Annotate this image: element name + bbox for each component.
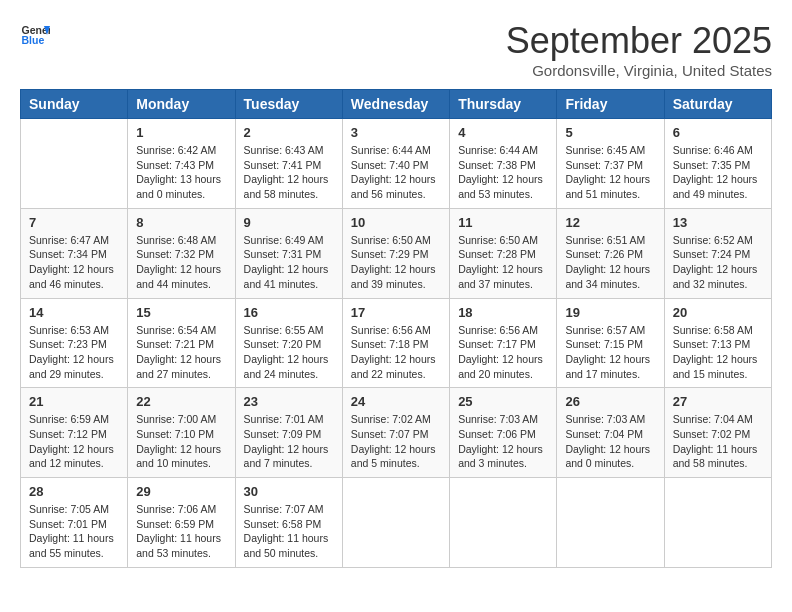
cell-info: Sunrise: 6:53 AM Sunset: 7:23 PM Dayligh… xyxy=(29,323,119,382)
cell-info: Sunrise: 7:04 AM Sunset: 7:02 PM Dayligh… xyxy=(673,412,763,471)
calendar-week-row: 1 Sunrise: 6:42 AM Sunset: 7:43 PM Dayli… xyxy=(21,119,772,209)
sunset-text: Sunset: 7:13 PM xyxy=(673,338,751,350)
cell-info: Sunrise: 6:51 AM Sunset: 7:26 PM Dayligh… xyxy=(565,233,655,292)
day-number: 29 xyxy=(136,484,226,499)
daylight-text: Daylight: 12 hours and 3 minutes. xyxy=(458,443,543,470)
sunset-text: Sunset: 7:34 PM xyxy=(29,248,107,260)
logo-icon: General Blue xyxy=(20,20,50,50)
calendar-cell: 1 Sunrise: 6:42 AM Sunset: 7:43 PM Dayli… xyxy=(128,119,235,209)
cell-info: Sunrise: 6:54 AM Sunset: 7:21 PM Dayligh… xyxy=(136,323,226,382)
daylight-text: Daylight: 11 hours and 50 minutes. xyxy=(244,532,329,559)
weekday-header-sunday: Sunday xyxy=(21,90,128,119)
header: General Blue September 2025 Gordonsville… xyxy=(20,20,772,79)
calendar-cell: 10 Sunrise: 6:50 AM Sunset: 7:29 PM Dayl… xyxy=(342,208,449,298)
day-number: 19 xyxy=(565,305,655,320)
daylight-text: Daylight: 12 hours and 37 minutes. xyxy=(458,263,543,290)
sunrise-text: Sunrise: 7:06 AM xyxy=(136,503,216,515)
sunrise-text: Sunrise: 7:04 AM xyxy=(673,413,753,425)
day-number: 22 xyxy=(136,394,226,409)
day-number: 20 xyxy=(673,305,763,320)
day-number: 1 xyxy=(136,125,226,140)
sunrise-text: Sunrise: 6:46 AM xyxy=(673,144,753,156)
calendar-cell: 15 Sunrise: 6:54 AM Sunset: 7:21 PM Dayl… xyxy=(128,298,235,388)
day-number: 26 xyxy=(565,394,655,409)
sunrise-text: Sunrise: 7:07 AM xyxy=(244,503,324,515)
daylight-text: Daylight: 12 hours and 27 minutes. xyxy=(136,353,221,380)
sunrise-text: Sunrise: 7:03 AM xyxy=(458,413,538,425)
calendar-cell: 11 Sunrise: 6:50 AM Sunset: 7:28 PM Dayl… xyxy=(450,208,557,298)
cell-info: Sunrise: 6:55 AM Sunset: 7:20 PM Dayligh… xyxy=(244,323,334,382)
day-number: 13 xyxy=(673,215,763,230)
sunrise-text: Sunrise: 7:02 AM xyxy=(351,413,431,425)
day-number: 28 xyxy=(29,484,119,499)
cell-info: Sunrise: 7:03 AM Sunset: 7:06 PM Dayligh… xyxy=(458,412,548,471)
sunset-text: Sunset: 7:35 PM xyxy=(673,159,751,171)
calendar-cell: 9 Sunrise: 6:49 AM Sunset: 7:31 PM Dayli… xyxy=(235,208,342,298)
cell-info: Sunrise: 6:44 AM Sunset: 7:38 PM Dayligh… xyxy=(458,143,548,202)
daylight-text: Daylight: 12 hours and 15 minutes. xyxy=(673,353,758,380)
cell-info: Sunrise: 6:49 AM Sunset: 7:31 PM Dayligh… xyxy=(244,233,334,292)
daylight-text: Daylight: 12 hours and 44 minutes. xyxy=(136,263,221,290)
sunrise-text: Sunrise: 6:42 AM xyxy=(136,144,216,156)
day-number: 30 xyxy=(244,484,334,499)
cell-info: Sunrise: 7:01 AM Sunset: 7:09 PM Dayligh… xyxy=(244,412,334,471)
sunset-text: Sunset: 7:04 PM xyxy=(565,428,643,440)
daylight-text: Daylight: 12 hours and 7 minutes. xyxy=(244,443,329,470)
sunset-text: Sunset: 7:06 PM xyxy=(458,428,536,440)
weekday-header-row: SundayMondayTuesdayWednesdayThursdayFrid… xyxy=(21,90,772,119)
sunrise-text: Sunrise: 7:01 AM xyxy=(244,413,324,425)
calendar-cell: 17 Sunrise: 6:56 AM Sunset: 7:18 PM Dayl… xyxy=(342,298,449,388)
calendar-cell: 19 Sunrise: 6:57 AM Sunset: 7:15 PM Dayl… xyxy=(557,298,664,388)
day-number: 4 xyxy=(458,125,548,140)
daylight-text: Daylight: 12 hours and 17 minutes. xyxy=(565,353,650,380)
cell-info: Sunrise: 6:59 AM Sunset: 7:12 PM Dayligh… xyxy=(29,412,119,471)
sunrise-text: Sunrise: 7:03 AM xyxy=(565,413,645,425)
sunset-text: Sunset: 7:10 PM xyxy=(136,428,214,440)
day-number: 3 xyxy=(351,125,441,140)
sunset-text: Sunset: 7:15 PM xyxy=(565,338,643,350)
cell-info: Sunrise: 7:05 AM Sunset: 7:01 PM Dayligh… xyxy=(29,502,119,561)
sunset-text: Sunset: 7:07 PM xyxy=(351,428,429,440)
daylight-text: Daylight: 12 hours and 53 minutes. xyxy=(458,173,543,200)
daylight-text: Daylight: 12 hours and 12 minutes. xyxy=(29,443,114,470)
day-number: 7 xyxy=(29,215,119,230)
sunrise-text: Sunrise: 6:44 AM xyxy=(351,144,431,156)
sunset-text: Sunset: 7:43 PM xyxy=(136,159,214,171)
sunset-text: Sunset: 7:02 PM xyxy=(673,428,751,440)
weekday-header-thursday: Thursday xyxy=(450,90,557,119)
calendar-cell xyxy=(342,478,449,568)
sunrise-text: Sunrise: 6:50 AM xyxy=(351,234,431,246)
cell-info: Sunrise: 7:00 AM Sunset: 7:10 PM Dayligh… xyxy=(136,412,226,471)
day-number: 18 xyxy=(458,305,548,320)
cell-info: Sunrise: 6:45 AM Sunset: 7:37 PM Dayligh… xyxy=(565,143,655,202)
daylight-text: Daylight: 12 hours and 39 minutes. xyxy=(351,263,436,290)
sunrise-text: Sunrise: 6:55 AM xyxy=(244,324,324,336)
calendar-week-row: 21 Sunrise: 6:59 AM Sunset: 7:12 PM Dayl… xyxy=(21,388,772,478)
logo: General Blue xyxy=(20,20,50,50)
daylight-text: Daylight: 12 hours and 49 minutes. xyxy=(673,173,758,200)
daylight-text: Daylight: 12 hours and 32 minutes. xyxy=(673,263,758,290)
sunset-text: Sunset: 7:40 PM xyxy=(351,159,429,171)
day-number: 9 xyxy=(244,215,334,230)
cell-info: Sunrise: 7:03 AM Sunset: 7:04 PM Dayligh… xyxy=(565,412,655,471)
calendar-cell: 4 Sunrise: 6:44 AM Sunset: 7:38 PM Dayli… xyxy=(450,119,557,209)
daylight-text: Daylight: 12 hours and 5 minutes. xyxy=(351,443,436,470)
calendar-cell: 25 Sunrise: 7:03 AM Sunset: 7:06 PM Dayl… xyxy=(450,388,557,478)
sunset-text: Sunset: 7:21 PM xyxy=(136,338,214,350)
calendar-table: SundayMondayTuesdayWednesdayThursdayFrid… xyxy=(20,89,772,568)
cell-info: Sunrise: 7:06 AM Sunset: 6:59 PM Dayligh… xyxy=(136,502,226,561)
daylight-text: Daylight: 12 hours and 20 minutes. xyxy=(458,353,543,380)
calendar-cell: 3 Sunrise: 6:44 AM Sunset: 7:40 PM Dayli… xyxy=(342,119,449,209)
daylight-text: Daylight: 12 hours and 29 minutes. xyxy=(29,353,114,380)
calendar-cell: 29 Sunrise: 7:06 AM Sunset: 6:59 PM Dayl… xyxy=(128,478,235,568)
location: Gordonsville, Virginia, United States xyxy=(506,62,772,79)
svg-text:Blue: Blue xyxy=(22,34,45,46)
sunset-text: Sunset: 7:18 PM xyxy=(351,338,429,350)
day-number: 2 xyxy=(244,125,334,140)
day-number: 24 xyxy=(351,394,441,409)
day-number: 21 xyxy=(29,394,119,409)
sunrise-text: Sunrise: 6:56 AM xyxy=(351,324,431,336)
calendar-cell xyxy=(21,119,128,209)
daylight-text: Daylight: 12 hours and 41 minutes. xyxy=(244,263,329,290)
calendar-cell: 22 Sunrise: 7:00 AM Sunset: 7:10 PM Dayl… xyxy=(128,388,235,478)
